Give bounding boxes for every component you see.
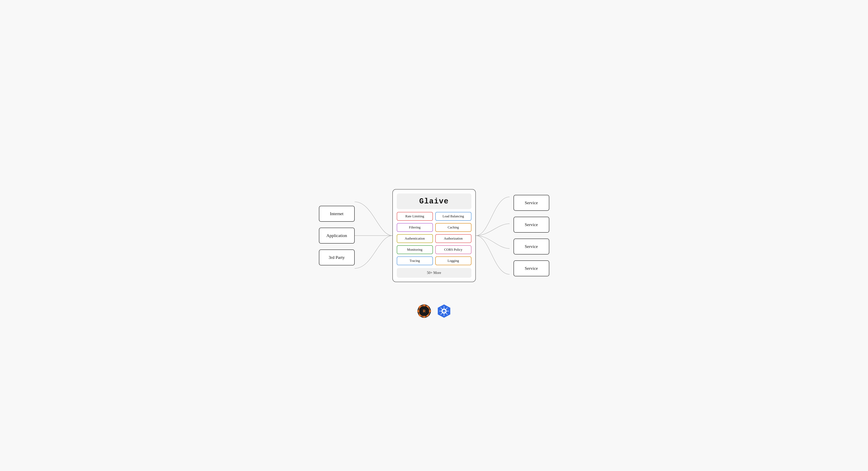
3rdparty-label: 3rd Party xyxy=(329,255,345,260)
svg-rect-4 xyxy=(417,311,419,311)
feature-filtering: Filtering xyxy=(397,223,433,232)
feature-grid: Rate Limiting Load Balancing Filtering C… xyxy=(397,212,471,265)
svg-rect-5 xyxy=(429,311,431,311)
panel-title: Glaive xyxy=(419,197,449,206)
right-node-service-2: Service xyxy=(514,217,549,233)
service-1-label: Service xyxy=(525,200,538,205)
left-node-3rdparty: 3rd Party xyxy=(319,249,355,265)
rust-icon: R xyxy=(417,304,431,318)
more-label: 50+ More xyxy=(427,271,441,275)
right-node-service-1: Service xyxy=(514,195,549,211)
left-node-application: Application xyxy=(319,228,355,243)
application-label: Application xyxy=(327,233,347,238)
more-box: 50+ More xyxy=(397,268,471,278)
feature-load-balancing: Load Balancing xyxy=(435,212,471,221)
feature-tracing: Tracing xyxy=(397,257,433,265)
feature-monitoring: Monitoring xyxy=(397,245,433,254)
svg-rect-2 xyxy=(424,304,424,306)
service-2-label: Service xyxy=(525,222,538,227)
svg-text:R: R xyxy=(423,309,426,313)
feature-authorization: Authorization xyxy=(435,234,471,243)
left-node-internet: Internet xyxy=(319,206,355,222)
service-4-label: Service xyxy=(525,266,538,271)
feature-rate-limiting: Rate Limiting xyxy=(397,212,433,221)
service-3-label: Service xyxy=(525,244,538,249)
feature-cors-policy: CORS Policy xyxy=(435,245,471,254)
svg-rect-3 xyxy=(424,316,424,318)
internet-label: Internet xyxy=(330,211,343,216)
right-node-service-3: Service xyxy=(514,239,549,255)
panel-title-box: Glaive xyxy=(397,194,471,209)
feature-caching: Caching xyxy=(435,223,471,232)
feature-logging: Logging xyxy=(435,257,471,265)
feature-authentication: Authentication xyxy=(397,234,433,243)
right-node-service-4: Service xyxy=(514,260,549,276)
diagram-container: Internet Application 3rd Party Glaive Ra… xyxy=(315,171,553,300)
center-panel: Glaive Rate Limiting Load Balancing Filt… xyxy=(393,189,476,282)
bottom-icons: R ⎈ xyxy=(417,304,451,318)
right-nodes: Service Service Service Service xyxy=(514,195,549,276)
kubernetes-icon: ⎈ xyxy=(437,304,451,318)
left-nodes: Internet Application 3rd Party xyxy=(319,206,355,265)
